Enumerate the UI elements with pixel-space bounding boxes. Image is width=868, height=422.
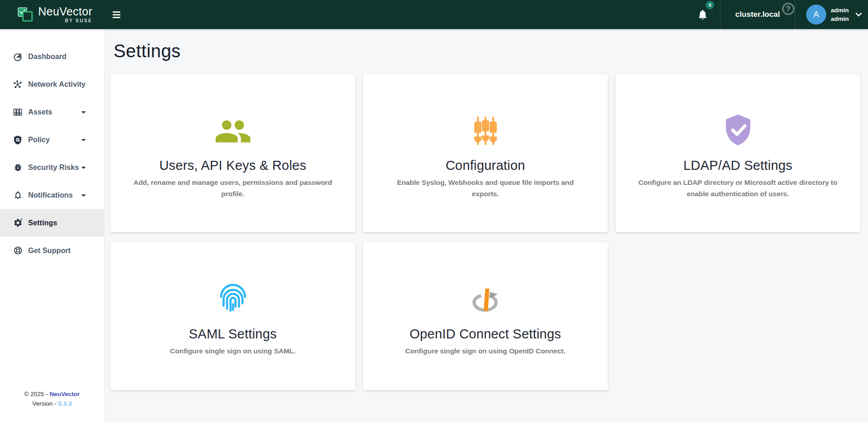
- card-description: Configure an LDAP directory or Microsoft…: [635, 177, 841, 199]
- card-title: SAML Settings: [189, 327, 277, 342]
- hamburger-menu-icon: [113, 11, 120, 13]
- user-role: admin: [831, 15, 849, 23]
- card-description: Add, rename and manage users, permission…: [130, 177, 336, 199]
- sidebar-item-notifications[interactable]: Notifications: [0, 181, 104, 209]
- card-description: Configure single sign on using OpenID Co…: [405, 346, 565, 357]
- binders-icon: [13, 107, 23, 117]
- settings-cards-grid: Users, API Keys & Roles Add, rename and …: [110, 74, 862, 390]
- chevron-expand-icon: [81, 139, 86, 141]
- version-label: Version -: [32, 400, 56, 407]
- page-title: Settings: [114, 41, 862, 61]
- help-icon: ?: [786, 5, 791, 13]
- sidebar-item-label: Assets: [28, 108, 52, 116]
- sidebar-item-get-support[interactable]: Get Support: [0, 237, 104, 264]
- bug-icon: [13, 163, 23, 173]
- sidebar: Dashboard: [0, 29, 104, 422]
- sidebar-item-policy[interactable]: Policy: [0, 126, 104, 154]
- chevron-down-icon: [855, 12, 862, 17]
- openid-icon: [468, 276, 503, 316]
- sliders-icon: [469, 107, 502, 147]
- card-users-api-keys-roles[interactable]: Users, API Keys & Roles Add, rename and …: [110, 74, 355, 232]
- chevron-expand-icon: [81, 194, 86, 197]
- cluster-selector[interactable]: cluster.local ?: [720, 0, 795, 29]
- sidebar-item-label: Policy: [28, 136, 50, 144]
- users-icon: [214, 107, 252, 147]
- sidebar-item-assets[interactable]: Assets: [0, 98, 104, 126]
- gauge-icon: [13, 52, 23, 62]
- sidebar-item-label: Settings: [28, 219, 57, 227]
- shield-policy-icon: [13, 135, 23, 145]
- avatar: A: [806, 5, 826, 25]
- sidebar-item-label: Network Activity: [28, 80, 85, 89]
- neuvector-logo-icon: [17, 7, 34, 22]
- notification-badge: 0: [706, 1, 714, 9]
- bell-icon: [697, 9, 709, 20]
- chevron-expand-icon: [81, 167, 86, 169]
- life-ring-icon: [13, 246, 23, 256]
- sidebar-toggle-button[interactable]: [111, 10, 122, 20]
- card-description: Enable Syslog, Webhooks and queue file i…: [383, 177, 588, 199]
- shield-check-icon: [723, 107, 754, 147]
- sidebar-item-security-risks[interactable]: Security Risks: [0, 154, 104, 181]
- help-button[interactable]: ?: [782, 3, 794, 15]
- network-icon: [13, 79, 23, 89]
- sidebar-item-network-activity[interactable]: Network Activity: [0, 70, 104, 98]
- gear-icon: [13, 218, 23, 228]
- brand-name: NeuVector: [38, 6, 92, 17]
- user-menu[interactable]: A admin admin: [795, 0, 868, 29]
- sidebar-footer: © 2025 - NeuVector Version - 5.3.3: [0, 389, 104, 408]
- card-title: OpenID Connect Settings: [410, 327, 561, 342]
- main-content: Settings Users, API Keys & Roles Add, re…: [104, 29, 868, 422]
- sidebar-item-label: Security Risks: [28, 164, 79, 172]
- sidebar-item-dashboard[interactable]: Dashboard: [0, 43, 104, 70]
- card-openid-connect-settings[interactable]: OpenID Connect Settings Configure single…: [363, 243, 608, 390]
- version-link[interactable]: 5.3.3: [58, 400, 72, 407]
- card-description: Configure single sign on using SAML.: [170, 346, 295, 357]
- notifications-bell-button[interactable]: 0: [685, 0, 720, 29]
- brand-byline: BY SUSE: [65, 19, 93, 23]
- neuvector-app: NeuVector BY SUSE 0 cluster.local ?: [0, 0, 868, 422]
- card-title: Configuration: [446, 158, 525, 173]
- chevron-expand-icon: [81, 111, 86, 114]
- card-title: Users, API Keys & Roles: [159, 158, 307, 173]
- bell-outline-icon: [13, 190, 23, 200]
- cluster-name: cluster.local: [735, 10, 780, 19]
- card-title: LDAP/AD Settings: [683, 158, 792, 173]
- copyright-text: © 2025 -: [24, 391, 48, 397]
- header-right-cluster: 0 cluster.local ? A admin admin: [685, 0, 868, 29]
- sidebar-item-label: Notifications: [28, 191, 73, 199]
- sidebar-item-label: Get Support: [28, 247, 71, 255]
- card-saml-settings[interactable]: SAML Settings Configure single sign on u…: [110, 243, 355, 390]
- brand-logo[interactable]: NeuVector BY SUSE: [0, 6, 104, 23]
- app-header: NeuVector BY SUSE 0 cluster.local ?: [0, 0, 868, 29]
- sidebar-item-settings[interactable]: Settings: [0, 209, 104, 237]
- card-ldap-ad-settings[interactable]: LDAP/AD Settings Configure an LDAP direc…: [615, 74, 860, 232]
- sidebar-item-label: Dashboard: [28, 53, 66, 61]
- card-configuration[interactable]: Configuration Enable Syslog, Webhooks an…: [363, 74, 608, 232]
- neuvector-link[interactable]: NeuVector: [50, 391, 80, 397]
- fingerprint-icon: [217, 276, 249, 316]
- user-name: admin: [831, 6, 849, 15]
